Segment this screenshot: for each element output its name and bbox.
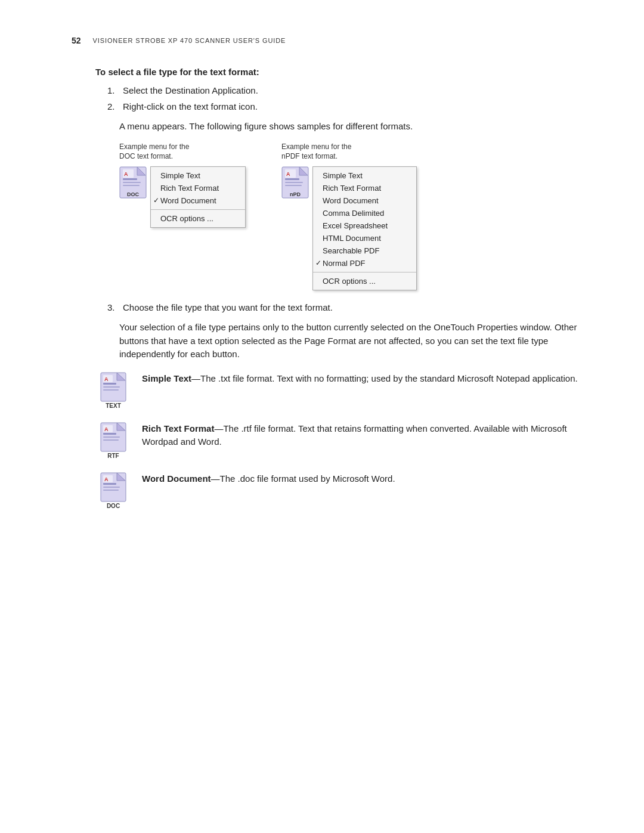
desc-rest-simple: —The .txt file format. Text with no form…: [191, 373, 578, 383]
svg-rect-10: [285, 178, 299, 180]
figures-row: Example menu for the DOC text format.: [119, 142, 596, 291]
figure-left-icon-area: A DOC Simple Text Rich Text Format Word …: [119, 166, 246, 228]
step-2: 2. Right-click on the text format icon.: [107, 101, 596, 112]
desc-text-simple: Simple Text—The .txt file format. Text w…: [142, 372, 596, 386]
desc-text-doc: Word Document—The .doc file format used …: [142, 472, 596, 486]
menu-divider-left: [151, 209, 245, 210]
doc-icon-left: A DOC: [119, 166, 147, 199]
svg-text:A: A: [104, 376, 109, 382]
text-icon: A: [100, 372, 126, 402]
intro-text: A menu appears. The following figure sho…: [119, 120, 596, 134]
menu-item-ocr-right[interactable]: OCR options ...: [313, 275, 416, 287]
step3-list: 3. Choose the file type that you want fo…: [107, 302, 596, 312]
menu-item-searchable-right[interactable]: Searchable PDF: [313, 244, 416, 257]
figure-left-caption: Example menu for the DOC text format.: [119, 142, 189, 162]
svg-text:nPD: nPD: [290, 191, 301, 197]
bold-label-doc: Word Document: [142, 473, 211, 484]
svg-rect-33: [103, 487, 120, 488]
steps-list: 1. Select the Destination Application. 2…: [107, 85, 596, 112]
desc-icon-col-doc: A DOC: [95, 472, 131, 509]
step-3: 3. Choose the file type that you want fo…: [107, 302, 596, 312]
menu-item-rtf-right[interactable]: Rich Text Format: [313, 182, 416, 194]
word-doc-icon: A: [100, 472, 126, 502]
svg-rect-25: [103, 433, 116, 435]
svg-text:A: A: [104, 476, 109, 482]
desc-item-text: A TEXT Simple Text—The .txt file format.…: [95, 372, 596, 409]
bold-label-rtf: Rich Text Format: [142, 423, 214, 433]
desc-icon-col-rtf: A RTF: [95, 422, 131, 459]
svg-rect-3: [123, 182, 141, 183]
menu-item-rtf-left[interactable]: Rich Text Format: [151, 182, 245, 194]
svg-rect-34: [103, 490, 119, 491]
figure-right-icon-area: A nPD Simple Text Rich Text Format Word …: [281, 166, 417, 290]
doc-icon-wrapper-left: A DOC: [119, 166, 148, 199]
rtf-icon: A: [100, 422, 126, 452]
desc-text-rtf: Rich Text Format—The .rtf file format. T…: [142, 422, 596, 449]
svg-rect-32: [103, 483, 116, 485]
page: 52 Visioneer Strobe XP 470 Scanner User'…: [0, 0, 644, 833]
svg-rect-2: [123, 178, 137, 180]
menu-item-normal-pdf-right[interactable]: Normal PDF: [313, 257, 416, 270]
description-block: A TEXT Simple Text—The .txt file format.…: [95, 372, 596, 509]
figure-left: Example menu for the DOC text format.: [119, 142, 246, 228]
context-menu-right: Simple Text Rich Text Format Word Docume…: [312, 166, 417, 290]
section-heading: To select a file type for the text forma…: [95, 67, 596, 77]
svg-rect-27: [103, 439, 119, 441]
svg-rect-19: [103, 386, 120, 388]
figure-right: Example menu for the nPDF text format.: [281, 142, 417, 291]
page-header: 52 Visioneer Strobe XP 470 Scanner User'…: [72, 36, 596, 45]
main-content: To select a file type for the text forma…: [95, 67, 596, 509]
svg-text:DOC: DOC: [127, 191, 140, 197]
selection-note-block: Your selection of a file type pertains o…: [119, 321, 596, 361]
menu-item-word-left[interactable]: Word Document: [151, 194, 245, 207]
menu-item-simple-text-right[interactable]: Simple Text: [313, 169, 416, 182]
menu-item-ocr-left[interactable]: OCR options ...: [151, 212, 245, 225]
doc-icon-wrapper-right: A nPD: [281, 166, 310, 199]
bold-label-simple: Simple Text: [142, 373, 191, 383]
selection-note: Your selection of a file type pertains o…: [119, 321, 596, 361]
doc-icon-right: A nPD: [281, 166, 309, 199]
svg-rect-11: [285, 182, 303, 183]
menu-divider-right: [313, 272, 416, 272]
text-icon-label: TEXT: [106, 402, 121, 409]
desc-rest-doc: —The .doc file format used by Microsoft …: [211, 473, 395, 484]
desc-item-doc: A DOC Word Document—The .doc file format…: [95, 472, 596, 509]
desc-icon-col-text: A TEXT: [95, 372, 131, 409]
svg-rect-20: [103, 389, 119, 391]
menu-item-simple-text-left[interactable]: Simple Text: [151, 169, 245, 182]
menu-item-html-right[interactable]: HTML Document: [313, 232, 416, 244]
page-title: Visioneer Strobe XP 470 Scanner User's G…: [93, 37, 286, 44]
menu-item-excel-right[interactable]: Excel Spreadsheet: [313, 219, 416, 232]
svg-rect-4: [123, 185, 140, 186]
figure-right-caption: Example menu for the nPDF text format.: [281, 142, 351, 162]
svg-rect-18: [103, 383, 116, 385]
menu-item-comma-right[interactable]: Comma Delimited: [313, 207, 416, 219]
svg-rect-12: [285, 185, 302, 186]
svg-text:A: A: [104, 426, 109, 432]
rtf-icon-label: RTF: [107, 453, 119, 459]
doc-icon-label: DOC: [107, 503, 120, 509]
page-number: 52: [72, 36, 81, 45]
menu-item-word-right[interactable]: Word Document: [313, 194, 416, 207]
svg-text:A: A: [124, 171, 128, 177]
step-1: 1. Select the Destination Application.: [107, 85, 596, 95]
context-menu-left: Simple Text Rich Text Format Word Docume…: [150, 166, 246, 228]
svg-text:A: A: [286, 171, 290, 177]
svg-rect-26: [103, 436, 120, 438]
indent-block: A menu appears. The following figure sho…: [119, 120, 596, 290]
desc-item-rtf: A RTF Rich Text Format—The .rtf file for…: [95, 422, 596, 459]
